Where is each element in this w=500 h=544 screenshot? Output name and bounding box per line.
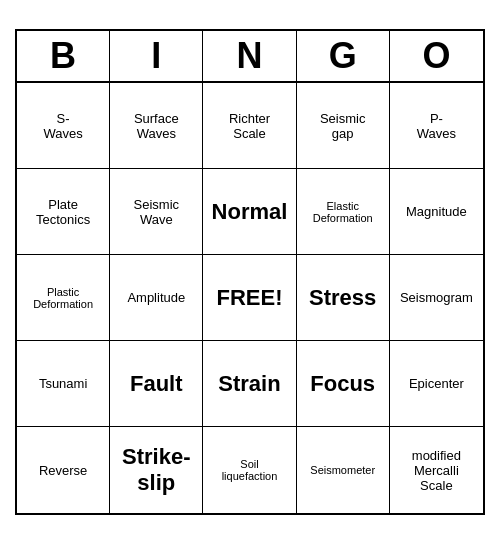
bingo-cell-9: Magnitude xyxy=(390,169,483,255)
header-letter-g: G xyxy=(297,31,390,81)
bingo-cell-14: Seismogram xyxy=(390,255,483,341)
bingo-cell-23: Seismometer xyxy=(297,427,390,513)
header-letter-i: I xyxy=(110,31,203,81)
bingo-card: BINGO S-WavesSurfaceWavesRichterScaleSei… xyxy=(15,29,485,515)
bingo-cell-7: Normal xyxy=(203,169,296,255)
bingo-cell-21: Strike-slip xyxy=(110,427,203,513)
bingo-cell-19: Epicenter xyxy=(390,341,483,427)
header-letter-o: O xyxy=(390,31,483,81)
bingo-cell-1: SurfaceWaves xyxy=(110,83,203,169)
bingo-cell-16: Fault xyxy=(110,341,203,427)
bingo-cell-8: ElasticDeformation xyxy=(297,169,390,255)
bingo-cell-0: S-Waves xyxy=(17,83,110,169)
bingo-cell-2: RichterScale xyxy=(203,83,296,169)
bingo-cell-11: Amplitude xyxy=(110,255,203,341)
bingo-cell-6: SeismicWave xyxy=(110,169,203,255)
bingo-cell-13: Stress xyxy=(297,255,390,341)
bingo-cell-10: PlasticDeformation xyxy=(17,255,110,341)
bingo-header: BINGO xyxy=(17,31,483,83)
bingo-cell-24: modifiedMercalliScale xyxy=(390,427,483,513)
bingo-grid: S-WavesSurfaceWavesRichterScaleSeismicga… xyxy=(17,83,483,513)
bingo-cell-3: Seismicgap xyxy=(297,83,390,169)
bingo-cell-12: FREE! xyxy=(203,255,296,341)
bingo-cell-18: Focus xyxy=(297,341,390,427)
bingo-cell-17: Strain xyxy=(203,341,296,427)
bingo-cell-15: Tsunami xyxy=(17,341,110,427)
header-letter-n: N xyxy=(203,31,296,81)
header-letter-b: B xyxy=(17,31,110,81)
bingo-cell-22: Soilliquefaction xyxy=(203,427,296,513)
bingo-cell-4: P-Waves xyxy=(390,83,483,169)
bingo-cell-5: PlateTectonics xyxy=(17,169,110,255)
bingo-cell-20: Reverse xyxy=(17,427,110,513)
